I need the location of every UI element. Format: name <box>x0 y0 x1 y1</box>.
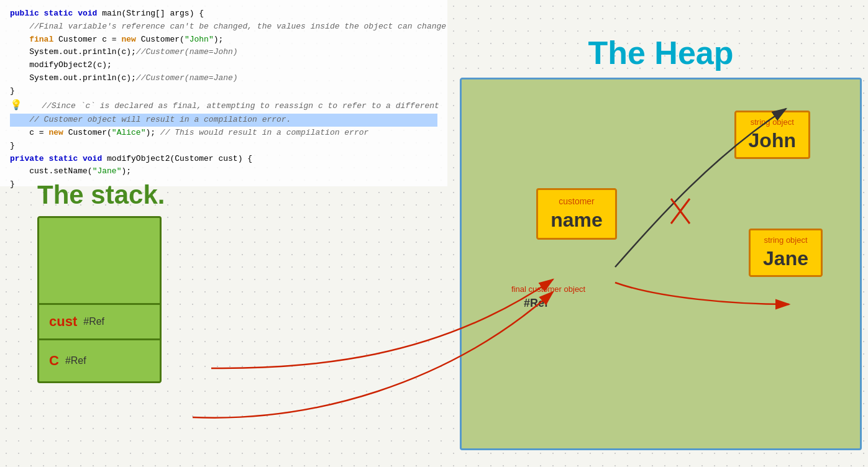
john-string-label: string object <box>749 117 796 127</box>
stack-ref-cust: #Ref <box>83 316 104 327</box>
customer-object: customer name <box>536 188 617 240</box>
stack-box: cust #Ref C #Ref <box>37 216 162 383</box>
customer-footer-ref: #Ref <box>524 297 548 310</box>
stack-cust-row: cust #Ref <box>39 305 160 340</box>
stack-section: The stack. cust #Ref C #Ref <box>37 180 165 383</box>
heap-section: The Heap customer name final customer ob… <box>460 34 862 455</box>
john-string-object: string object John <box>734 111 810 159</box>
stack-c-row: C #Ref <box>39 340 160 381</box>
jane-string-label: string object <box>763 235 808 245</box>
heap-title: The Heap <box>460 34 862 71</box>
customer-label-top: customer <box>549 196 604 206</box>
jane-string-object: string object Jane <box>749 229 823 277</box>
jane-string-value: Jane <box>763 247 808 270</box>
stack-title: The stack. <box>37 180 165 210</box>
code-area: public static void main(String[] args) {… <box>0 0 447 186</box>
stack-var-cust: cust <box>49 314 77 330</box>
stack-empty-top <box>39 218 160 305</box>
heap-box: customer name final customer object #Ref… <box>460 78 862 450</box>
john-string-value: John <box>749 129 796 152</box>
stack-var-c: C <box>49 353 59 369</box>
stack-ref-c: #Ref <box>65 355 86 366</box>
customer-footer-label: final customer object <box>511 284 585 294</box>
customer-label-main: name <box>549 209 604 232</box>
